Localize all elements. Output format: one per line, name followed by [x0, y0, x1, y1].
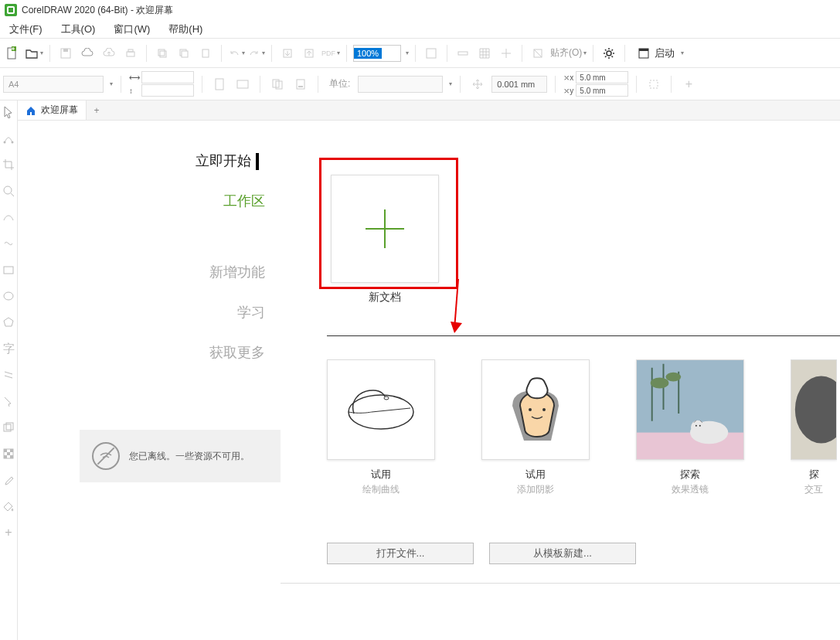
eyedropper-tool-icon[interactable]: [0, 471, 17, 489]
template-card-lens[interactable]: 探索 效果透镜: [636, 359, 744, 496]
svg-rect-29: [4, 267, 13, 274]
nudge-input[interactable]: 0.001 mm: [491, 76, 547, 93]
offline-text: 您已离线。一些资源不可用。: [129, 449, 250, 463]
nav-getmore[interactable]: 获取更多: [209, 343, 265, 362]
new-from-template-button[interactable]: 从模板新建...: [489, 543, 636, 564]
svg-point-26: [4, 141, 6, 144]
rectangle-tool-icon[interactable]: [0, 261, 17, 278]
annotation-arrow: [451, 275, 481, 337]
connector-tool-icon[interactable]: [0, 393, 17, 410]
template-sub: 效果透镜: [672, 483, 709, 496]
nav-start[interactable]: 立即开始: [196, 151, 265, 170]
menu-window[interactable]: 窗口(W): [114, 22, 150, 36]
svg-rect-18: [639, 49, 648, 51]
shape-tool-icon[interactable]: [0, 130, 17, 147]
menu-file[interactable]: 文件(F): [9, 22, 43, 36]
start-area: 新文档 试用 绘制曲线 试用 添加: [281, 151, 840, 640]
separator: [146, 45, 147, 62]
template-card-curves[interactable]: 试用 绘制曲线: [327, 359, 435, 496]
separator: [271, 45, 272, 62]
fill-tool-icon[interactable]: [0, 498, 17, 515]
add-tool-icon[interactable]: +: [0, 524, 17, 541]
text-tool-icon[interactable]: 字: [0, 340, 17, 357]
duplicate-offset[interactable]: ⤬x5.0 mm ⤬y5.0 mm: [563, 71, 628, 97]
divider: [281, 583, 840, 584]
template-thumb: [481, 359, 590, 460]
title-bar: CorelDRAW 2020 (64-Bit) - 欢迎屏幕: [0, 0, 840, 20]
svg-point-44: [651, 378, 669, 389]
freehand-tool-icon[interactable]: [0, 209, 17, 226]
polygon-tool-icon[interactable]: [0, 314, 17, 331]
svg-rect-37: [4, 455, 7, 458]
template-thumb: [327, 359, 435, 460]
svg-rect-31: [4, 424, 11, 431]
template-card-interactive[interactable]: 探 交互: [791, 359, 837, 496]
effects-tool-icon[interactable]: [0, 419, 17, 436]
template-title: 试用: [525, 468, 546, 482]
svg-rect-7: [160, 51, 166, 57]
svg-rect-38: [10, 455, 13, 458]
parallel-tool-icon[interactable]: [0, 366, 17, 383]
pdf-icon: PDF▾: [321, 49, 340, 57]
nav-whatsnew[interactable]: 新增功能: [209, 263, 265, 281]
nav-workspace[interactable]: 工作区: [223, 192, 265, 210]
separator: [346, 45, 347, 62]
options-icon[interactable]: [600, 44, 618, 63]
transparency-tool-icon[interactable]: [0, 445, 17, 462]
export-icon: [300, 44, 318, 63]
open-file-icon[interactable]: ▾: [25, 46, 43, 60]
new-document-label: 新文档: [331, 291, 439, 305]
landscape-icon: [233, 75, 252, 94]
crop-tool-icon[interactable]: [0, 156, 17, 173]
svg-rect-4: [127, 52, 134, 56]
divider: [327, 335, 840, 336]
svg-point-50: [699, 425, 701, 427]
all-pages-icon: [268, 75, 287, 94]
window-title: CorelDRAW 2020 (64-Bit) - 欢迎屏幕: [22, 4, 173, 17]
zoom-input[interactable]: 100%: [353, 45, 401, 62]
redo-icon: ▾: [248, 48, 265, 59]
cloud-up-icon: [100, 44, 118, 63]
cloud-icon[interactable]: [78, 44, 97, 63]
menu-tools[interactable]: 工具(O): [61, 22, 96, 36]
template-card-shadow[interactable]: 试用 添加阴影: [481, 359, 590, 496]
zoom-tool-icon[interactable]: [0, 182, 17, 199]
add-tab-button[interactable]: +: [87, 100, 107, 120]
save-icon: [56, 44, 75, 63]
nav-learn[interactable]: 学习: [237, 303, 265, 322]
separator: [522, 45, 522, 62]
svg-point-40: [384, 397, 389, 400]
units-input[interactable]: [358, 76, 443, 93]
print-icon: [121, 44, 140, 63]
svg-point-28: [4, 186, 12, 194]
standard-toolbar: ▾ ▾ ▾ PDF▾ 100%▾ 贴齐(O)▾ 启动 ▾: [0, 39, 840, 68]
tab-welcome[interactable]: 欢迎屏幕: [18, 100, 87, 120]
new-file-icon[interactable]: [3, 44, 22, 63]
open-file-button[interactable]: 打开文件...: [327, 543, 474, 564]
page-size-input[interactable]: A4: [3, 76, 104, 93]
launch-icon: [638, 47, 650, 60]
artistic-tool-icon[interactable]: [0, 235, 17, 252]
offline-notice: 您已离线。一些资源不可用。: [80, 430, 281, 482]
separator: [49, 45, 50, 62]
menu-bar: 文件(F) 工具(O) 窗口(W) 帮助(H): [0, 20, 840, 39]
separator: [447, 45, 447, 62]
new-document-card[interactable]: [331, 175, 439, 283]
current-page-icon: [291, 75, 310, 94]
svg-rect-35: [10, 449, 13, 452]
svg-rect-6: [158, 49, 165, 56]
menu-help[interactable]: 帮助(H): [168, 22, 202, 36]
svg-rect-46: [637, 433, 743, 460]
guides-icon: [497, 44, 515, 63]
pick-tool-icon[interactable]: [0, 104, 17, 121]
page-dims[interactable]: ⟷ ↕: [129, 71, 194, 97]
snap-off-icon: [529, 44, 547, 63]
snap-dropdown[interactable]: 贴齐(O)▾: [550, 46, 587, 60]
plus-icon: +: [679, 75, 698, 94]
launch-button[interactable]: 启动 ▾: [631, 43, 690, 63]
zoom-caret[interactable]: ▾: [406, 49, 409, 56]
svg-rect-34: [4, 449, 7, 452]
crop-icon: [644, 75, 663, 94]
ellipse-tool-icon[interactable]: [0, 288, 17, 305]
svg-rect-36: [7, 452, 10, 455]
